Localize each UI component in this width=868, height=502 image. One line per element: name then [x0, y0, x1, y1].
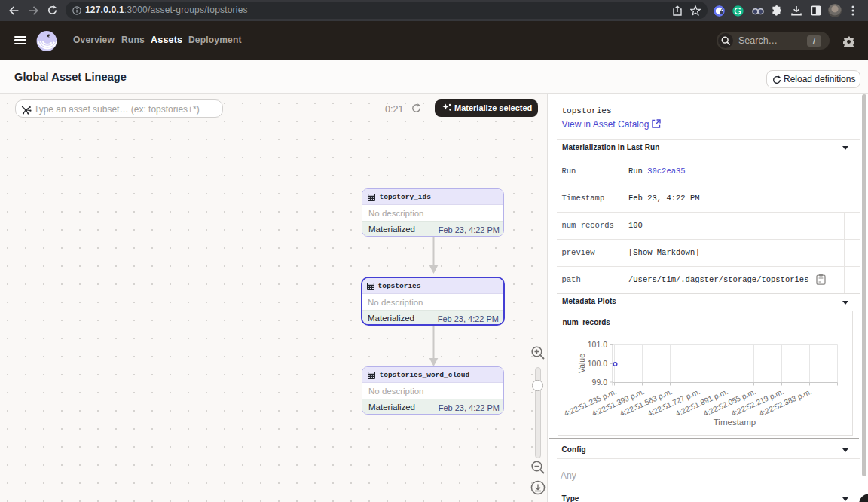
- svg-text:99.0: 99.0: [591, 377, 607, 386]
- svg-text:100.0: 100.0: [587, 359, 607, 368]
- svg-text:Timestamp: Timestamp: [713, 418, 755, 427]
- svg-text:Value: Value: [576, 353, 585, 372]
- svg-text:101.0: 101.0: [587, 340, 607, 349]
